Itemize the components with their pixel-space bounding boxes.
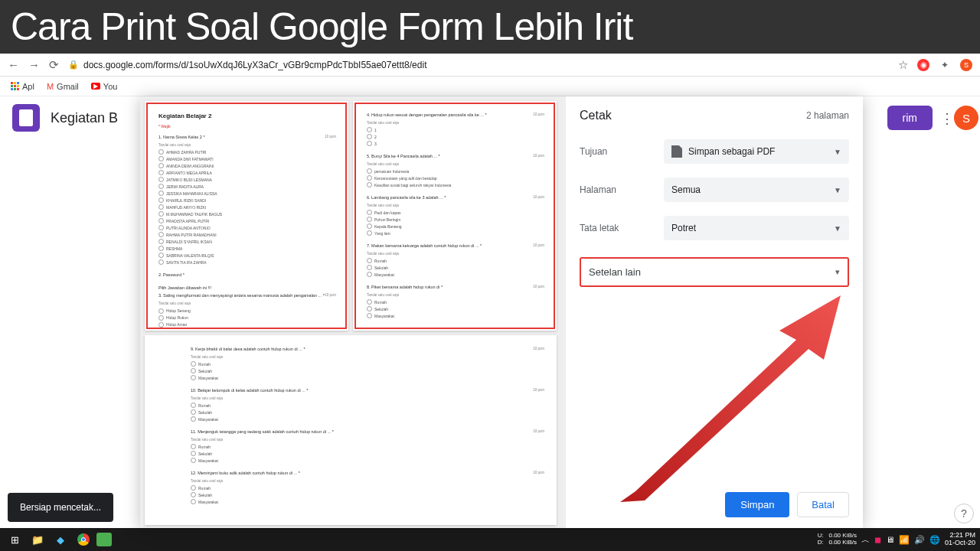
extension-icon[interactable]: ◉ bbox=[917, 59, 929, 71]
page-content: Kegiatan B rim ⋮ S Kegiatan Belajar 2 * … bbox=[0, 96, 980, 528]
chevron-down-icon: ▼ bbox=[834, 148, 841, 156]
network-speed: U: 0.00 KiB/s D: 0.00 KiB/s bbox=[818, 533, 857, 546]
youtube-bookmark[interactable]: ▶You bbox=[91, 82, 118, 91]
reload-button[interactable]: ⟳ bbox=[49, 58, 59, 72]
wifi-icon[interactable]: 📶 bbox=[899, 535, 910, 545]
preview-page-3: 10 poin9. Kerja bhakti di balai desa ada… bbox=[145, 335, 557, 525]
account-avatar[interactable]: S bbox=[954, 106, 978, 130]
file-explorer-icon[interactable]: 📁 bbox=[28, 530, 47, 549]
bookmarks-bar: Apl MGmail ▶You bbox=[0, 77, 980, 96]
more-settings-toggle[interactable]: Setelan lain▾ bbox=[580, 257, 849, 287]
clock[interactable]: 2:21 PM01-Oct-20 bbox=[945, 532, 975, 547]
back-button[interactable]: ← bbox=[8, 58, 19, 71]
camtasia-icon[interactable] bbox=[96, 533, 112, 546]
apps-grid-icon bbox=[11, 82, 19, 90]
help-button[interactable]: ? bbox=[954, 504, 974, 523]
windows-taskbar[interactable]: ⊞ 📁 ◆ U: 0.00 KiB/s D: 0.00 KiB/s ︿ ◼ 🖥 … bbox=[0, 528, 980, 551]
pages-label: Halaman bbox=[580, 184, 664, 195]
tutorial-title-banner: Cara Print Soal Google Form Lebih Irit bbox=[0, 0, 980, 54]
page-count: 2 halaman bbox=[806, 110, 849, 121]
start-button[interactable]: ⊞ bbox=[5, 530, 24, 549]
destination-label: Tujuan bbox=[580, 146, 664, 157]
url-text: docs.google.com/forms/d/1soUwXdqJ6LyX3aC… bbox=[83, 60, 426, 70]
app-icon[interactable]: ◆ bbox=[51, 530, 70, 549]
star-icon[interactable]: ☆ bbox=[898, 58, 908, 72]
form-title[interactable]: Kegiatan B bbox=[51, 110, 118, 126]
print-preview-pane[interactable]: Kegiatan Belajar 2 * Wajib 10 poin1. Nam… bbox=[140, 96, 566, 528]
browser-toolbar: ← → ⟳ 🔒 docs.google.com/forms/d/1soUwXdq… bbox=[0, 54, 980, 77]
chevron-down-icon: ▼ bbox=[834, 224, 841, 233]
pdf-icon bbox=[671, 145, 682, 158]
destination-select[interactable]: Simpan sebagai PDF▼ bbox=[664, 139, 849, 164]
chevron-down-icon: ▼ bbox=[834, 186, 841, 194]
google-forms-icon[interactable] bbox=[12, 104, 40, 132]
chevron-down-icon: ▾ bbox=[835, 267, 840, 277]
extensions-puzzle-icon[interactable]: ✦ bbox=[939, 59, 951, 71]
tray-chevron-icon[interactable]: ︿ bbox=[861, 534, 870, 546]
cancel-button[interactable]: Batal bbox=[797, 492, 849, 517]
address-bar[interactable]: 🔒 docs.google.com/forms/d/1soUwXdqJ6LyX3… bbox=[68, 60, 889, 70]
tray-app-icon[interactable]: ◼ bbox=[874, 535, 881, 545]
tray-monitor-icon[interactable]: 🖥 bbox=[886, 535, 894, 544]
print-dialog-title: Cetak bbox=[580, 109, 612, 122]
pages-select[interactable]: Semua▼ bbox=[664, 178, 849, 202]
printing-toast: Bersiap mencetak... bbox=[8, 493, 113, 522]
layout-label: Tata letak bbox=[580, 223, 664, 233]
more-options-icon[interactable]: ⋮ bbox=[940, 110, 954, 127]
profile-avatar[interactable]: S bbox=[960, 59, 972, 71]
print-dialog: Kegiatan Belajar 2 * Wajib 10 poin1. Nam… bbox=[140, 96, 863, 528]
forward-button[interactable]: → bbox=[28, 58, 40, 71]
gmail-bookmark[interactable]: MGmail bbox=[47, 82, 79, 91]
preview-page-1: Kegiatan Belajar 2 * Wajib 10 poin1. Nam… bbox=[145, 101, 348, 331]
chrome-icon[interactable] bbox=[74, 530, 93, 549]
language-icon[interactable]: 🌐 bbox=[929, 535, 940, 545]
preview-page-2: 10 poin4. Hidup rukun sesuai dengan peng… bbox=[353, 101, 557, 331]
save-button[interactable]: Simpan bbox=[725, 492, 789, 517]
layout-select[interactable]: Potret▼ bbox=[664, 216, 849, 240]
print-settings-pane: Cetak 2 halaman Tujuan Simpan sebagai PD… bbox=[566, 96, 863, 528]
send-button[interactable]: rim bbox=[887, 106, 933, 130]
volume-icon[interactable]: 🔊 bbox=[914, 535, 925, 545]
apps-shortcut[interactable]: Apl bbox=[11, 82, 34, 91]
lock-icon: 🔒 bbox=[68, 60, 79, 70]
